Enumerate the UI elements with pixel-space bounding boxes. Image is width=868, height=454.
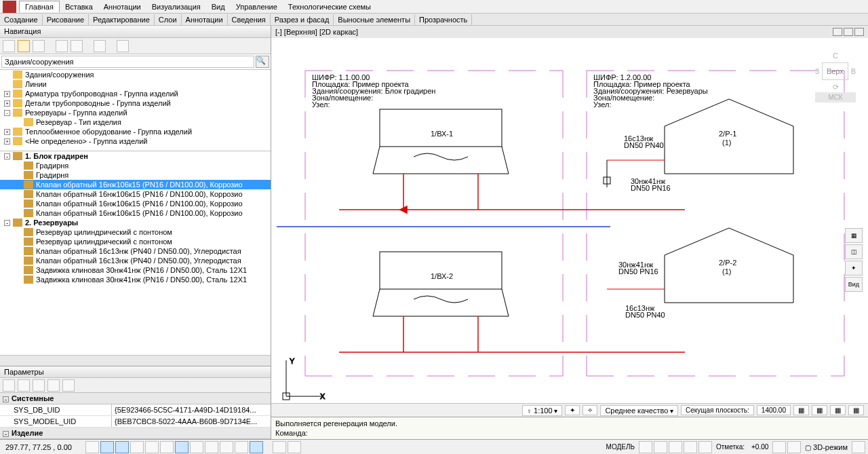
ribbon-panel[interactable]: Создание xyxy=(0,14,43,25)
tree-item[interactable]: Резервуар цилиндрический с понтоном xyxy=(0,237,271,246)
command-line[interactable]: Выполняется регенерация модели. Команда: xyxy=(271,417,868,439)
menu-item[interactable]: Вставка xyxy=(60,1,98,12)
menu-item[interactable]: Аннотации xyxy=(98,1,146,12)
menu-item[interactable]: Вид xyxy=(206,1,231,12)
param-group-header[interactable]: -Изделие xyxy=(0,428,271,439)
status-toggle-icon[interactable] xyxy=(235,441,248,453)
param-row[interactable]: SYS_DB_UID{5E923466-5C5C-4171-A49D-14D19… xyxy=(0,404,271,416)
status-toggle-icon[interactable] xyxy=(250,441,263,453)
tree-item[interactable]: Резервуар - Тип изделия xyxy=(0,117,271,127)
close-icon[interactable] xyxy=(854,28,864,36)
ribbon-panel[interactable]: Разрез и фасад xyxy=(271,14,334,25)
status-toggle-icon[interactable] xyxy=(100,441,114,453)
ribbon-panel[interactable]: Рисование xyxy=(43,14,89,25)
menu-item[interactable]: Управление xyxy=(231,1,283,12)
params-tool-icon[interactable] xyxy=(62,379,75,392)
elevation-value[interactable]: +0.00 xyxy=(749,443,771,451)
vp-tool-icon[interactable]: ▦ xyxy=(848,405,864,415)
tree-item[interactable]: -Резервуары - Группа изделий xyxy=(0,108,271,117)
status-tool-icon[interactable] xyxy=(684,441,697,453)
tree-item[interactable]: -1. Блок градирен xyxy=(0,151,271,161)
params-tool-icon[interactable] xyxy=(3,379,15,392)
status-toggle-icon[interactable] xyxy=(160,441,174,453)
tree-item[interactable]: +Детали трубопроводные - Группа изделий xyxy=(0,98,271,108)
ribbon-panel[interactable]: Редактирование xyxy=(89,14,155,25)
view-label[interactable]: Вид xyxy=(845,277,863,292)
vp-tool-icon[interactable]: ✧ xyxy=(583,405,597,415)
ribbon-panel[interactable]: Прозрачность xyxy=(415,14,472,25)
status-tool-icon[interactable] xyxy=(698,441,712,453)
tree-item[interactable]: +Арматура трубопроводная - Группа издели… xyxy=(0,89,271,98)
nav-tool-icon[interactable] xyxy=(56,40,68,52)
status-toggle-icon[interactable] xyxy=(145,441,159,453)
vp-tool-icon[interactable]: ✦ xyxy=(565,405,580,415)
params-tool-icon[interactable] xyxy=(33,379,45,392)
view-tool-icon[interactable]: ◫ xyxy=(845,244,863,259)
tree-item[interactable]: +Теплообменное оборудование - Группа изд… xyxy=(0,127,271,136)
status-tool-icon[interactable] xyxy=(772,441,786,453)
menu-item[interactable]: Визуализация xyxy=(146,1,206,12)
tree-item[interactable]: +<Не определено> - Группа изделий xyxy=(0,136,271,146)
status-tool-icon[interactable] xyxy=(669,441,682,453)
tree-item[interactable]: Резервуар цилиндрический с понтоном xyxy=(0,227,271,237)
status-tool-icon[interactable] xyxy=(787,441,801,453)
ribbon-panel[interactable]: Аннотации xyxy=(182,14,228,25)
tree-item[interactable]: Клапан обратный 16нж106к15 (PN16 / DN100… xyxy=(0,180,271,189)
cutting-plane-value[interactable]: 1400.00 xyxy=(757,405,791,415)
viewcube[interactable]: С 3 Верх В ⟳ МСК xyxy=(815,52,856,102)
nav-tool-icon[interactable] xyxy=(33,40,45,52)
tree-item[interactable]: Задвижка клиновая 30нж41нж (PN16 / DN50.… xyxy=(0,265,271,275)
vp-tool-icon[interactable]: ▦ xyxy=(830,405,846,415)
cmd-prompt[interactable]: Команда: xyxy=(275,428,864,438)
status-toggle-icon[interactable] xyxy=(130,441,144,453)
param-row[interactable]: SYS_MODEL_UID{BEB7CBC8-5022-4AAA-B60B-9D… xyxy=(0,416,271,428)
status-toggle-icon[interactable] xyxy=(288,441,301,453)
status-toggle-icon[interactable] xyxy=(175,441,189,453)
lower-tree[interactable]: -1. Блок градиренГрадирняГрадирняКлапан … xyxy=(0,151,271,355)
tree-item[interactable]: Клапан обратный 16с13нж (PN40 / DN50.00)… xyxy=(0,246,271,256)
tree-item[interactable]: Градирня xyxy=(0,170,271,180)
search-icon[interactable]: 🔍 xyxy=(256,56,269,68)
minimize-icon[interactable] xyxy=(833,28,842,36)
params-grid[interactable]: -СистемныеSYS_DB_UID{5E923466-5C5C-4171-… xyxy=(0,393,271,439)
nav-tool-icon[interactable] xyxy=(117,40,129,52)
viewcube-top-face[interactable]: Верх xyxy=(822,62,848,80)
tree-item[interactable]: Здания/сооружения xyxy=(0,70,271,79)
status-tool-icon[interactable] xyxy=(654,441,667,453)
mode-label[interactable]: ▢ 3D-режим xyxy=(802,443,850,451)
tree-item[interactable]: Клапан обратный 16нж106к15 (PN16 / DN100… xyxy=(0,199,271,208)
param-group-header[interactable]: -Системные xyxy=(0,393,271,404)
params-tool-icon[interactable] xyxy=(18,379,30,392)
nav-tool-icon[interactable] xyxy=(71,40,83,52)
nav-tool-icon[interactable] xyxy=(94,40,106,52)
drawing-canvas[interactable]: ШИФР: 1.1.00.00 Площадка: Пример проекта… xyxy=(271,38,868,403)
nav-tool-icon[interactable] xyxy=(18,40,30,52)
status-toggle-icon[interactable] xyxy=(205,441,218,453)
ribbon-panel[interactable]: Слои xyxy=(155,14,182,25)
vp-tool-icon[interactable]: ▦ xyxy=(793,405,809,415)
view-tool-icon[interactable]: ▦ xyxy=(845,228,863,243)
tree-item[interactable]: Клапан обратный 16нж106к15 (PN16 / DN100… xyxy=(0,208,271,218)
nav-tool-icon[interactable] xyxy=(3,40,15,52)
ribbon-panel[interactable]: Сведения xyxy=(228,14,271,25)
viewcube-coord-system[interactable]: МСК xyxy=(815,92,856,102)
status-toggle-icon[interactable] xyxy=(115,441,129,453)
status-toggle-icon[interactable] xyxy=(273,441,286,453)
tree-item[interactable]: Клапан обратный 16с13нж (PN40 / DN50.00)… xyxy=(0,256,271,265)
tree-item[interactable]: Градирня xyxy=(0,161,271,170)
tree-item[interactable]: Задвижка клиновая 30нж41нж (PN16 / DN50.… xyxy=(0,275,271,284)
status-tool-icon[interactable] xyxy=(852,441,865,453)
vp-tool-icon[interactable]: ▦ xyxy=(812,405,827,415)
maximize-icon[interactable] xyxy=(844,28,853,36)
scale-dropdown[interactable]: ♀ 1:100 ▾ xyxy=(522,405,563,416)
status-toggle-icon[interactable] xyxy=(85,441,99,453)
tree-item[interactable]: -2. Резервуары xyxy=(0,218,271,227)
upper-tree[interactable]: Здания/сооруженияЛинии+Арматура трубопро… xyxy=(0,70,271,151)
model-space-label[interactable]: МОДЕЛЬ xyxy=(604,443,637,451)
menu-item[interactable]: Главная xyxy=(19,1,60,12)
status-toggle-icon[interactable] xyxy=(190,441,203,453)
status-tool-icon[interactable] xyxy=(639,441,652,453)
tree-item[interactable]: Клапан обратный 16нж106к15 (PN16 / DN100… xyxy=(0,189,271,199)
nav-search-input[interactable] xyxy=(1,56,254,68)
view-tool-icon[interactable]: ✦ xyxy=(845,261,863,276)
